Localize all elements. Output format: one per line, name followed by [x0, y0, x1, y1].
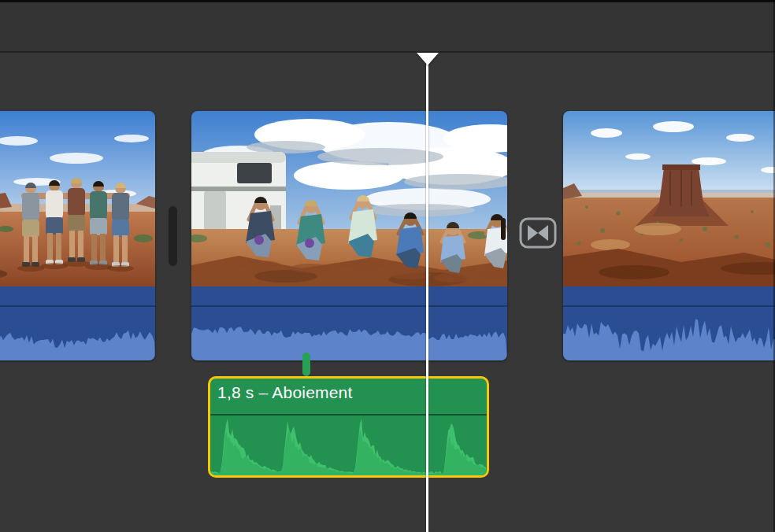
playhead-line[interactable] — [426, 53, 428, 532]
clip2-audio-track[interactable] — [191, 286, 507, 360]
video-clip-3[interactable] — [563, 111, 775, 360]
playhead-handle-icon[interactable] — [417, 53, 439, 65]
monument-valley-photo-illustration — [563, 111, 775, 286]
toolbar-area — [0, 2, 775, 51]
shouting-group-rv-photo-illustration — [191, 111, 507, 286]
sound-clip-waveform — [210, 416, 487, 475]
clip3-thumbnail — [563, 111, 775, 286]
sound-clip-connection-marker — [302, 353, 310, 376]
imovie-timeline: 1,8 s – Aboiement — [0, 0, 775, 532]
sound-effect-clip[interactable]: 1,8 s – Aboiement — [208, 376, 489, 478]
video-clip-2[interactable] — [191, 111, 507, 360]
edit-point-handle[interactable] — [169, 206, 177, 266]
clip2-thumbnail — [191, 111, 507, 286]
clip2-waveform — [191, 307, 507, 360]
timeline-top-divider — [0, 51, 775, 53]
clip1-audio-track[interactable] — [0, 286, 155, 360]
sound-clip-waveform-area — [210, 416, 487, 475]
clip3-waveform — [563, 307, 775, 360]
clip3-audio-track[interactable] — [563, 286, 775, 360]
clip1-thumbnail — [0, 111, 155, 286]
sound-clip-label: 1,8 s – Aboiement — [210, 379, 487, 414]
transition-icon-button[interactable] — [519, 217, 557, 249]
video-clip-1[interactable] — [0, 111, 155, 360]
clip1-waveform — [0, 307, 155, 360]
desert-group-photo-illustration — [0, 111, 155, 286]
window-top-edge — [0, 0, 775, 2]
transition-bowtie-icon — [519, 217, 557, 249]
